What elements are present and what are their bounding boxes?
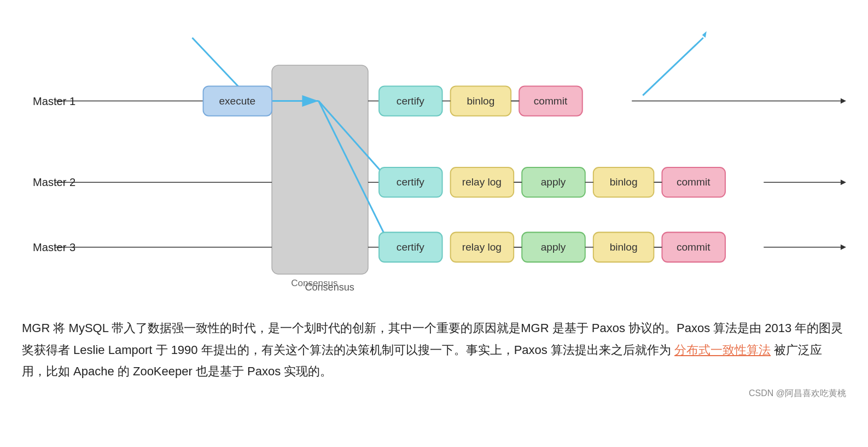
relaylog3-label: relay log (462, 241, 502, 253)
consensus-box (272, 65, 368, 274)
binlog3-label: binlog (610, 241, 638, 253)
binlog2-label: binlog (610, 176, 638, 188)
commit2-label: commit (677, 176, 710, 188)
consensus-text: Consensus (291, 278, 337, 288)
execute-label: execute (219, 95, 255, 107)
master3-label: Master 3 (33, 241, 75, 253)
master1-label: Master 1 (33, 95, 75, 107)
binlog1-label: binlog (467, 95, 494, 107)
certify3-label: certify (397, 241, 424, 253)
diagram-container: Consensus Master 1 Master 2 Master 3 (22, 16, 846, 301)
certify2-label: certify (397, 176, 424, 188)
apply2-label: apply (541, 176, 566, 188)
relaylog2-label: relay log (462, 176, 502, 188)
paragraph: MGR 将 MySQL 带入了数据强一致性的时代，是一个划时代的创新，其中一个重… (22, 317, 846, 382)
commit1-label: commit (534, 95, 568, 107)
apply3-label: apply (541, 241, 566, 253)
watermark: CSDN @阿昌喜欢吃黄桃 (22, 388, 846, 399)
highlight-text: 分布式一致性算法 (674, 343, 771, 357)
master2-label: Master 2 (33, 176, 75, 188)
text-section: MGR 将 MySQL 带入了数据强一致性的时代，是一个划时代的创新，其中一个重… (22, 317, 846, 382)
watermark-text: CSDN @阿昌喜欢吃黄桃 (749, 388, 846, 398)
diagram-svg: Consensus Master 1 Master 2 Master 3 (22, 16, 846, 301)
certify1-label: certify (397, 95, 424, 107)
commit3-label: commit (677, 241, 710, 253)
